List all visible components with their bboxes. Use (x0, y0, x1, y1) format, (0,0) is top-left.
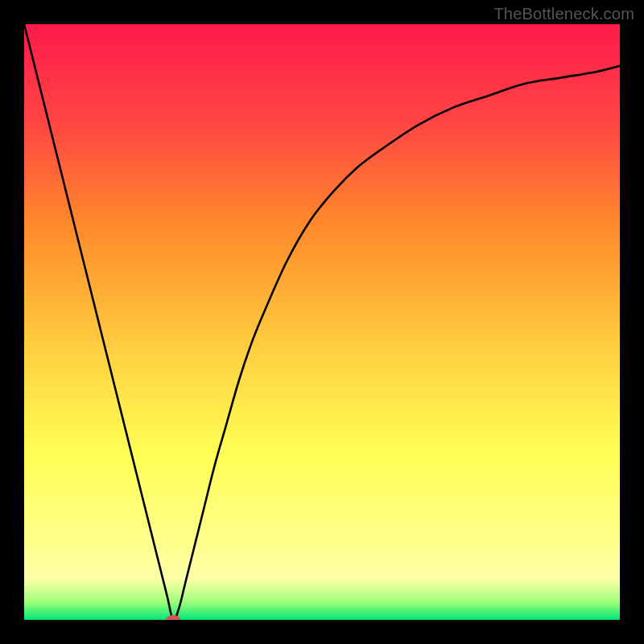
attribution-text: TheBottleneck.com (493, 5, 634, 23)
chart-frame: TheBottleneck.com (0, 0, 644, 644)
gradient-background (24, 24, 620, 620)
chart-plot (24, 24, 620, 620)
